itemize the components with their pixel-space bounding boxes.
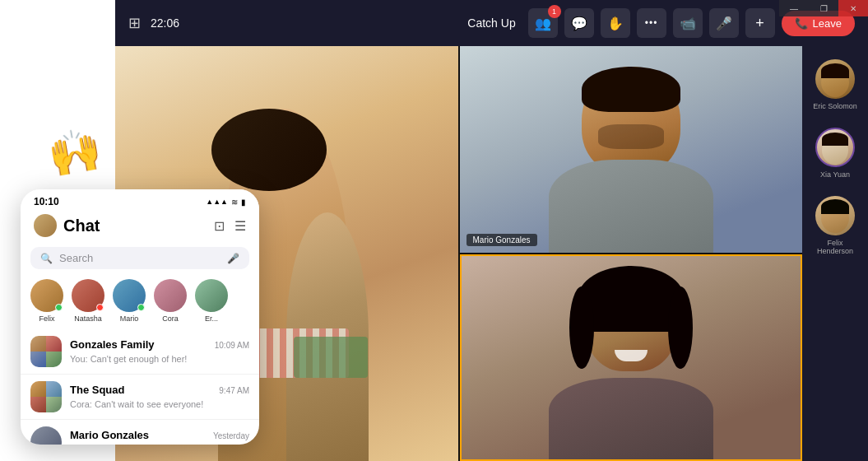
user-avatar-small[interactable] [34,214,57,237]
chat-preview-squad: Cora: Can't wait to see everyone! [70,399,203,409]
phone-header-actions: ⊡ ☰ [214,218,246,234]
story-avatar-natasha [72,279,104,312]
busy-indicator [96,304,104,311]
online-indicator-mario [137,304,145,311]
camera-icon: 📹 [680,16,696,31]
meeting-title: Catch Up [467,16,515,30]
minimize-button[interactable]: — [779,0,809,16]
story-avatar-mario [113,279,146,312]
sidebar-participant-felix: Felix Henderson [812,196,858,257]
chat-top-squad: The Squad 9:47 AM [70,384,249,396]
leave-label: Leave [813,17,842,30]
hand-raise-button[interactable]: ✋ [601,8,630,38]
add-icon: + [755,15,764,32]
window-controls: — ❐ ✕ [779,0,868,16]
avatar-eric [815,59,855,99]
chat-preview-mario: Will pick up pizza after my practice. [70,445,211,445]
phone-title-area: Chat [34,214,100,237]
chat-time-squad: 9:47 AM [219,386,249,395]
chat-item-mario[interactable]: Mario Gonzales Yesterday Will pick up pi… [21,420,259,445]
story-er[interactable]: Er... [195,279,228,323]
participant-name-felix: Felix Henderson [812,239,858,257]
mic-icon: 🎤 [716,16,732,31]
search-icon: 🔍 [40,253,53,264]
toolbar-left: ⊞ 22:06 [128,14,179,32]
group-avatar-squad [30,381,62,412]
phone-header: Chat ⊡ ☰ [21,211,259,244]
story-name-natasha: Natasha [74,314,102,323]
story-avatar-cora [154,279,187,312]
video-cell-woman [460,254,803,461]
group-avatar-gonzales [30,336,62,367]
avatar-mario-single [30,426,62,445]
chat-name-mario: Mario Gonzales [70,429,149,441]
chat-name-squad: The Squad [70,384,124,396]
participants-sidebar: Eric Solomon Xia Yuan Felix Henderson [802,46,868,461]
phone-overlay: 10:10 ▲▲▲ ≋ ▮ Chat ⊡ ☰ 🔍 Search 🎤 Felix [21,189,259,445]
video-cell-man: Mario Gonzales [460,46,803,253]
chat-icon: 💬 [571,16,587,31]
phone-search-bar[interactable]: 🔍 Search 🎤 [30,247,249,269]
chat-time-gonzales: 10:09 AM [215,341,249,350]
sidebar-participant-eric: Eric Solomon [812,59,858,111]
restore-button[interactable]: ❐ [809,0,838,16]
participant-name-mario: Mario Gonzales [466,234,537,246]
story-name-mario: Mario [120,314,139,323]
filter-icon[interactable]: ☰ [234,218,246,234]
story-felix[interactable]: Felix [30,279,63,323]
phone-status-icons: ▲▲▲ ≋ ▮ [206,198,246,207]
story-name-felix: Felix [39,314,54,323]
online-indicator [55,304,63,311]
wifi-icon: ≋ [231,198,238,207]
chat-button[interactable]: 💬 [564,8,594,38]
avatar-xia [815,128,855,167]
story-avatar-er [195,279,228,312]
story-cora[interactable]: Cora [154,279,187,323]
camera-button[interactable]: 📹 [673,8,703,38]
notification-badge: 1 [548,5,561,18]
chat-item-squad[interactable]: The Squad 9:47 AM Cora: Can't wait to se… [21,375,259,420]
chat-top-gonzales: Gonzales Family 10:09 AM [70,338,249,351]
battery-icon: ▮ [241,198,246,207]
grid-view-icon: ⊞ [128,14,141,32]
mic-button[interactable]: 🎤 [709,8,739,38]
chat-name-gonzales-family: Gonzales Family [70,338,155,351]
people-icon: 👥 [535,16,551,31]
phone-status-bar: 10:10 ▲▲▲ ≋ ▮ [21,189,259,211]
story-name-er: Er... [205,314,218,323]
sidebar-participant-xia: Xia Yuan [812,128,858,179]
chat-body-gonzales-family: Gonzales Family 10:09 AM You: Can't get … [70,338,249,366]
story-mario[interactable]: Mario [113,279,146,323]
people-button[interactable]: 👥 1 [528,8,558,38]
more-icon: ••• [645,17,658,29]
close-button[interactable]: ✕ [838,0,868,16]
chat-item-gonzales-family[interactable]: Gonzales Family 10:09 AM You: Can't get … [21,329,259,375]
avatar-felix [815,196,855,235]
meeting-toolbar: ⊞ 22:06 Catch Up 👥 1 💬 ✋ ••• 📹 🎤 + 📞 Lea… [115,0,868,46]
story-name-cora: Cora [162,314,179,323]
compose-icon[interactable]: ⊡ [214,218,225,234]
story-natasha[interactable]: Natasha [72,279,104,323]
participant-name-xia: Xia Yuan [812,170,858,179]
chat-body-mario: Mario Gonzales Yesterday Will pick up pi… [70,429,249,445]
search-placeholder: Search [59,252,220,264]
signal-icon: ▲▲▲ [206,198,228,206]
hand-icon: ✋ [607,16,624,31]
chat-preview-gonzales: You: Can't get enough of her! [70,354,187,364]
participant-name-eric: Eric Solomon [812,102,858,111]
story-avatar-felix [30,279,63,312]
more-options-button[interactable]: ••• [637,8,666,38]
phone-time: 10:10 [34,196,59,207]
chat-top-mario: Mario Gonzales Yesterday [70,429,249,441]
chat-body-squad: The Squad 9:47 AM Cora: Can't wait to se… [70,384,249,411]
story-row: Felix Natasha Mario Cora Er... [21,276,259,329]
voice-search-icon[interactable]: 🎤 [227,253,239,264]
emoji-reaction: 🙌 [44,123,105,182]
chat-list: Gonzales Family 10:09 AM You: Can't get … [21,329,259,445]
phone-end-icon: 📞 [795,17,808,30]
chat-time-mario: Yesterday [213,431,249,440]
phone-app-title: Chat [63,217,100,235]
meeting-clock: 22:06 [151,16,179,30]
add-button[interactable]: + [745,8,775,38]
